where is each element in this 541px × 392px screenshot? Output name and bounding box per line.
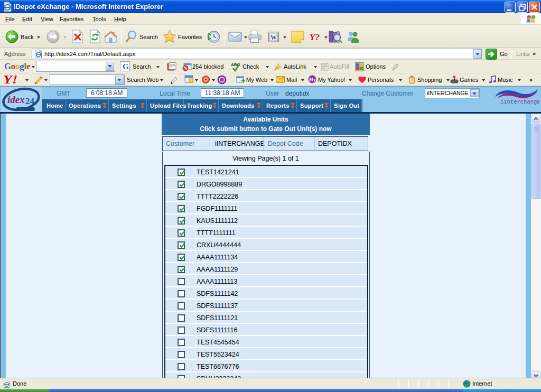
svg-text:iInterchange: iInterchange xyxy=(500,99,539,105)
svg-text:Y?: Y? xyxy=(310,32,320,42)
svg-text:Google: Google xyxy=(4,61,31,71)
svg-text:idex: idex xyxy=(7,94,25,105)
svg-text:My: My xyxy=(308,77,316,82)
svg-text:W: W xyxy=(270,34,277,41)
svg-text:24: 24 xyxy=(25,96,35,106)
svg-text:Y!: Y! xyxy=(3,73,18,86)
